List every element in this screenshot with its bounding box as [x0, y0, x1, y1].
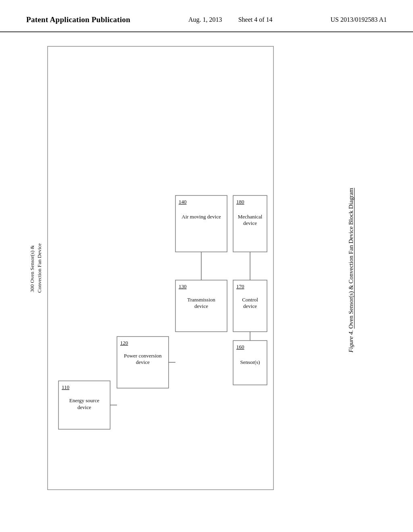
- label-180-1: Mechanical: [238, 214, 263, 220]
- label-120-2: device: [136, 359, 150, 365]
- label-180-2: device: [243, 220, 257, 226]
- sheet-number: Sheet 4 of 14: [238, 16, 273, 23]
- num-110: 110: [62, 384, 69, 390]
- num-140: 140: [179, 199, 187, 205]
- figure-prefix: Figure 4.: [348, 330, 354, 352]
- label-170-2: device: [243, 303, 257, 309]
- label-140: Air moving device: [181, 214, 221, 220]
- num-120: 120: [120, 340, 128, 346]
- label-160: Sensor(s): [240, 359, 260, 365]
- num-130: 130: [179, 283, 187, 289]
- svg-rect-51: [48, 46, 273, 490]
- svg-text:300 Oven Sensor(s) &
        C: 300 Oven Sensor(s) & Convection Fan Devi…: [29, 243, 42, 293]
- label-110-2: device: [77, 404, 91, 410]
- num-160: 160: [236, 344, 244, 350]
- label-170-1: Control: [242, 297, 258, 303]
- label-120-1: Power conversion: [124, 353, 162, 359]
- num-170: 170: [236, 283, 244, 289]
- num-180: 180: [236, 199, 244, 205]
- label-130-1: Transmission: [187, 297, 215, 303]
- pub-title: Patent Application Publication: [26, 15, 130, 24]
- figure-description: Oven Sensor(s) & Convection Fan Device B…: [348, 188, 354, 329]
- label-130-2: device: [194, 303, 208, 309]
- patent-num: US 2013/0192583 A1: [330, 16, 387, 23]
- figure-caption-area: Figure 4. Oven Sensor(s) & Convection Fa…: [311, 42, 391, 498]
- pub-date: Aug. 1, 2013: [188, 16, 222, 23]
- patent-diagram: 300 Oven Sensor(s) & Convection Fan Devi…: [24, 42, 307, 498]
- label-110-1: Energy source: [69, 397, 100, 403]
